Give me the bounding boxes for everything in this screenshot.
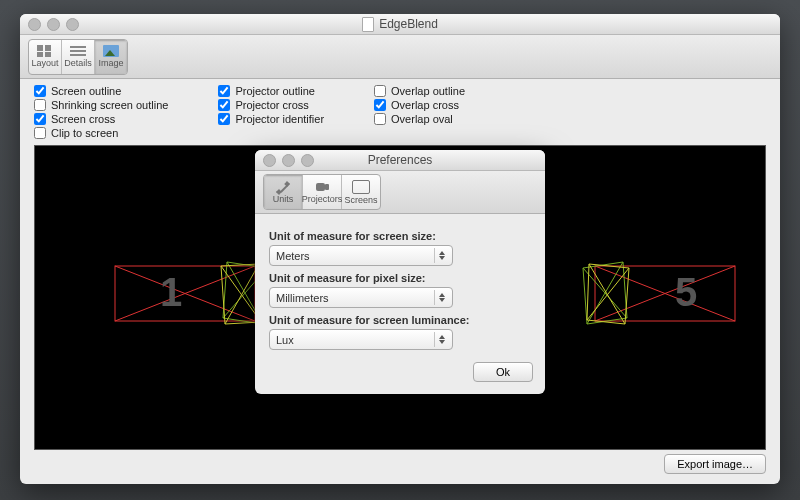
window-title: EdgeBlend: [20, 17, 780, 32]
label-pixel-size-unit: Unit of measure for pixel size:: [269, 272, 531, 284]
export-image-button[interactable]: Export image…: [664, 454, 766, 474]
window-title-text: EdgeBlend: [379, 17, 438, 31]
document-icon: [362, 17, 374, 32]
svg-line-16: [589, 264, 625, 324]
view-mode-segmented[interactable]: Layout Details Image: [28, 39, 128, 75]
list-icon: [70, 45, 86, 57]
chevron-updown-icon: [434, 248, 448, 263]
label-luminance-unit: Unit of measure for screen luminance:: [269, 314, 531, 326]
display-options: Screen outline Shrinking screen outline …: [34, 85, 766, 139]
check-projector-outline[interactable]: Projector outline: [218, 85, 324, 97]
tab-image[interactable]: Image: [95, 40, 127, 74]
expand-arrows-icon: [275, 181, 291, 193]
main-toolbar: Layout Details Image: [20, 35, 780, 79]
screen-icon: [352, 180, 370, 194]
check-screen-outline[interactable]: Screen outline: [34, 85, 168, 97]
tab-details-label: Details: [64, 58, 92, 68]
check-clip-screen[interactable]: Clip to screen: [34, 127, 168, 139]
tab-projectors[interactable]: Projectors: [303, 175, 342, 209]
check-shrinking-outline[interactable]: Shrinking screen outline: [34, 99, 168, 111]
tab-units[interactable]: Units: [264, 175, 303, 209]
projector-id-left: 1: [160, 270, 182, 314]
chevron-updown-icon: [434, 290, 448, 305]
prefs-body: Unit of measure for screen size: Meters …: [255, 214, 545, 362]
prefs-title: Preferences: [255, 153, 545, 167]
check-screen-cross[interactable]: Screen cross: [34, 113, 168, 125]
tab-image-label: Image: [98, 58, 123, 68]
options-col-2: Projector outline Projector cross Projec…: [218, 85, 324, 139]
combo-screen-size-unit[interactable]: Meters: [269, 245, 453, 266]
check-overlap-cross[interactable]: Overlap cross: [374, 99, 465, 111]
svg-line-14: [587, 262, 623, 324]
image-icon: [103, 45, 119, 57]
check-projector-identifier[interactable]: Projector identifier: [218, 113, 324, 125]
chevron-updown-icon: [434, 332, 448, 347]
options-col-3: Overlap outline Overlap cross Overlap ov…: [374, 85, 465, 139]
combo-luminance-unit[interactable]: Lux: [269, 329, 453, 350]
prefs-title-text: Preferences: [368, 153, 433, 167]
ok-button[interactable]: Ok: [473, 362, 533, 382]
check-projector-cross[interactable]: Projector cross: [218, 99, 324, 111]
prefs-toolbar: Units Projectors Screens: [255, 171, 545, 214]
label-screen-size-unit: Unit of measure for screen size:: [269, 230, 531, 242]
prefs-footer: Ok: [255, 362, 545, 394]
tab-layout[interactable]: Layout: [29, 40, 62, 74]
tab-screens[interactable]: Screens: [342, 175, 380, 209]
preferences-window: Preferences Units Projectors Screens Uni…: [255, 150, 545, 394]
check-overlap-outline[interactable]: Overlap outline: [374, 85, 465, 97]
prefs-tabs[interactable]: Units Projectors Screens: [263, 174, 381, 210]
projector-icon: [314, 181, 330, 193]
projector-id-right: 5: [675, 270, 697, 314]
grid-icon: [37, 45, 53, 57]
tab-details[interactable]: Details: [62, 40, 95, 74]
main-footer: Export image…: [34, 450, 766, 474]
svg-line-17: [587, 268, 629, 320]
combo-pixel-size-unit[interactable]: Millimeters: [269, 287, 453, 308]
options-col-1: Screen outline Shrinking screen outline …: [34, 85, 168, 139]
main-titlebar: EdgeBlend: [20, 14, 780, 35]
svg-line-8: [225, 264, 259, 324]
check-overlap-oval[interactable]: Overlap oval: [374, 113, 465, 125]
prefs-titlebar: Preferences: [255, 150, 545, 171]
tab-layout-label: Layout: [31, 58, 58, 68]
